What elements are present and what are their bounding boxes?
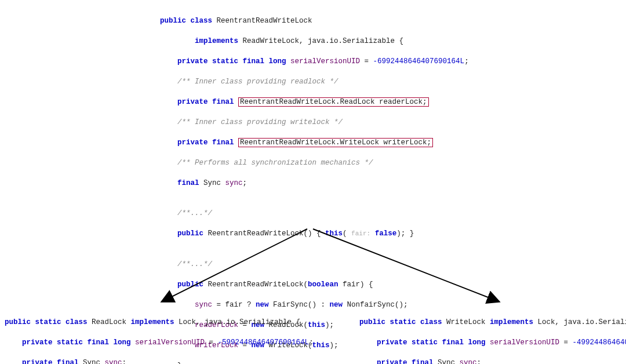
writerlock-decl-box: ReentrantReadWriteLock.WriteLock writerL… [238, 138, 433, 147]
readerlock-decl-box: ReentrantReadWriteLock.ReadLock readerLo… [238, 97, 429, 107]
code-line: private final ReentrantReadWriteLock.Wri… [160, 138, 499, 148]
code-line: /**...*/ [160, 209, 499, 219]
code-line: private static final long serialVersionU… [160, 57, 499, 67]
code-line: implements ReadWriteLock, java.io.Serial… [160, 37, 499, 47]
writelock-code-block: public static class WriteLock implements… [359, 307, 626, 364]
readlock-code-block: public static class ReadLock implements … [5, 307, 314, 364]
code-line: final Sync sync; [160, 179, 499, 189]
code-line: /** Inner class providing readlock */ [160, 77, 499, 88]
code-line: private final ReentrantReadWriteLock.Rea… [160, 97, 499, 108]
code-line: private static final long serialVersionU… [359, 338, 626, 348]
code-line: private static final long serialVersionU… [5, 338, 314, 348]
code-line: /**...*/ [160, 260, 499, 270]
code-line: public static class ReadLock implements … [5, 318, 314, 328]
code-line: /** Performs all synchronization mechani… [160, 158, 499, 169]
code-line: public ReentrantReadWriteLock() { this( … [160, 229, 499, 239]
code-line: public static class WriteLock implements… [359, 318, 626, 328]
code-line: public ReentrantReadWriteLock(boolean fa… [160, 280, 499, 290]
code-line: public class ReentrantReadWriteLock [160, 16, 499, 27]
code-line: private final Sync sync; [359, 358, 626, 365]
code-line: private final Sync sync; [5, 358, 314, 365]
code-line: /** Inner class providing writelock */ [160, 118, 499, 128]
